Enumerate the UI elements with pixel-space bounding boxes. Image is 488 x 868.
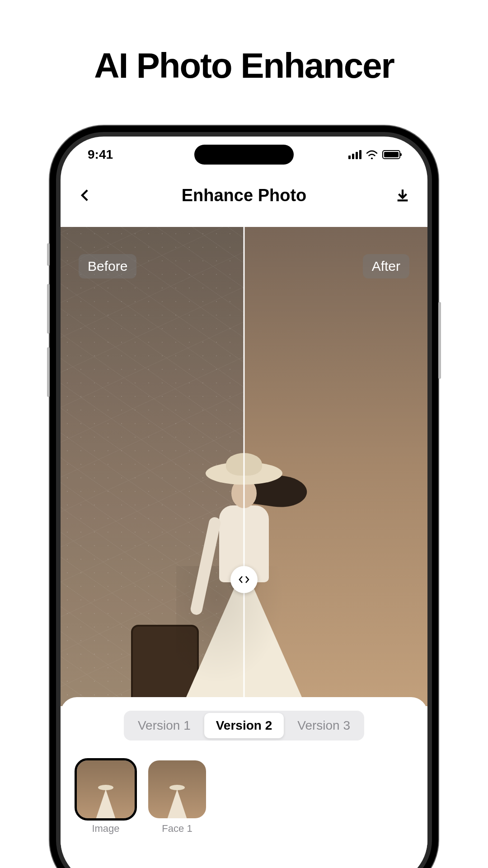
dynamic-island <box>194 145 294 165</box>
left-right-chevron-icon <box>238 575 250 584</box>
promo-title: AI Photo Enhancer <box>0 45 488 86</box>
thumbnail-row: Image Face 1 <box>74 760 414 835</box>
page-title: Enhance Photo <box>182 186 307 205</box>
nav-header: Enhance Photo <box>61 177 427 213</box>
download-icon <box>395 188 410 203</box>
status-time: 9:41 <box>88 147 113 162</box>
thumbnail-image[interactable]: Image <box>77 760 135 835</box>
phone-power-button <box>438 302 441 379</box>
version-tabs: Version 1 Version 2 Version 3 <box>124 711 364 741</box>
download-button[interactable] <box>395 188 410 203</box>
tab-version-3[interactable]: Version 3 <box>286 713 362 738</box>
tab-version-2[interactable]: Version 2 <box>204 713 284 738</box>
chevron-left-icon <box>78 188 93 203</box>
thumbnail-preview <box>77 760 135 818</box>
phone-mute-switch <box>47 243 50 266</box>
thumbnail-label: Face 1 <box>162 823 192 835</box>
phone-volume-up <box>47 284 50 334</box>
after-badge: After <box>363 254 409 278</box>
phone-frame: 9:41 Enhance Photo <box>50 126 438 868</box>
phone-volume-down <box>47 347 50 397</box>
bottom-panel: Version 1 Version 2 Version 3 Image Face… <box>61 697 427 868</box>
before-after-comparison[interactable]: Before After <box>61 227 427 706</box>
compare-divider[interactable] <box>244 227 245 706</box>
wifi-icon <box>366 150 378 159</box>
back-button[interactable] <box>78 188 93 203</box>
before-badge: Before <box>79 254 136 278</box>
thumbnail-preview <box>148 760 206 818</box>
phone-screen: 9:41 Enhance Photo <box>61 137 427 868</box>
battery-icon <box>382 150 400 159</box>
thumbnail-label: Image <box>92 823 119 835</box>
compare-slider-handle[interactable] <box>230 566 258 593</box>
thumbnail-face-1[interactable]: Face 1 <box>148 760 206 835</box>
tab-version-1[interactable]: Version 1 <box>126 713 202 738</box>
cellular-signal-icon <box>348 150 361 159</box>
